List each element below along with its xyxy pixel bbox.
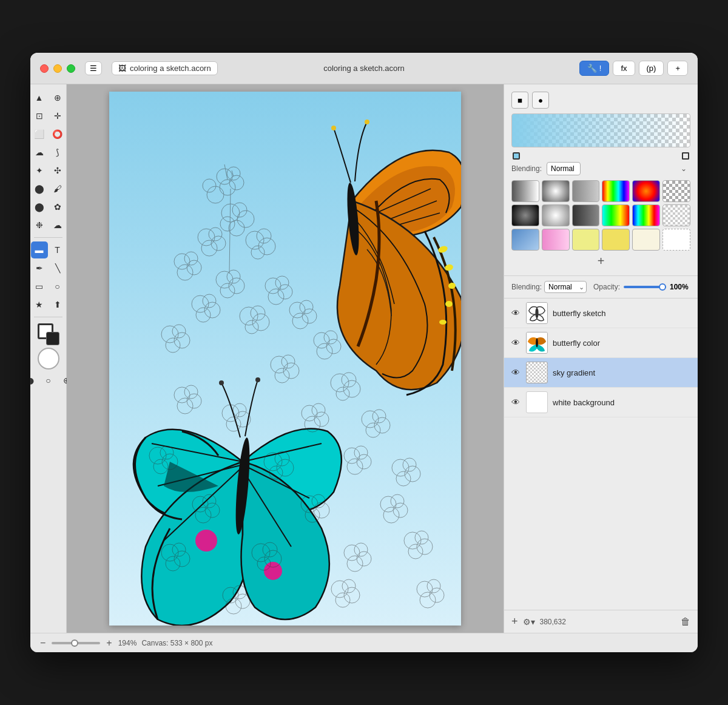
toolbar-icon: 🔧: [587, 64, 597, 73]
layer-item-butterfly-color[interactable]: 👁: [504, 328, 698, 358]
transform-tool[interactable]: ✛: [49, 107, 66, 124]
add-preset-button[interactable]: +: [511, 254, 690, 268]
sampler-tool[interactable]: ✣: [49, 162, 66, 179]
toolbar-button[interactable]: 🔧 !: [579, 61, 610, 76]
canvas-area[interactable]: [67, 84, 504, 633]
arrow-tool[interactable]: ▲: [31, 89, 48, 106]
opacity-slider[interactable]: [624, 286, 666, 288]
svg-point-4: [439, 320, 447, 325]
layer-item-sky-gradient[interactable]: 👁 sky gradient: [504, 358, 698, 388]
zoom-in-button[interactable]: +: [104, 638, 114, 649]
preset-gray-solid[interactable]: [572, 180, 600, 202]
gradient-stop-left[interactable]: [513, 152, 520, 160]
statusbar: − + 194% Canvas: 533 × 800 px: [30, 633, 698, 652]
eraser-tool[interactable]: ⬤: [31, 198, 48, 215]
rect-shape-tool[interactable]: ▬: [31, 241, 48, 258]
crop-tool[interactable]: ⊡: [31, 107, 48, 124]
star-tool[interactable]: ★: [31, 296, 48, 313]
svg-point-82: [226, 417, 241, 431]
add-layer-button[interactable]: +: [511, 615, 518, 628]
svg-point-64: [324, 331, 337, 344]
preset-dark-radial[interactable]: [511, 204, 539, 226]
layer-visibility-white-background[interactable]: 👁: [510, 397, 521, 407]
preset-gray-gradient[interactable]: [511, 180, 539, 202]
svg-point-56: [229, 175, 244, 190]
arrow-shape-tool[interactable]: ⬆: [49, 296, 66, 313]
right-panel: ■ ● Blending: Normal Multiply Screen: [504, 84, 698, 633]
svg-point-65: [326, 339, 341, 354]
layer-blending-select[interactable]: Normal Multiply Screen Overlay: [544, 281, 587, 293]
gradient-preview[interactable]: [511, 113, 690, 147]
delete-layer-button[interactable]: 🗑: [681, 616, 690, 627]
layer-visibility-sky-gradient[interactable]: 👁: [510, 368, 521, 377]
rect-marquee-tool[interactable]: ⬜: [31, 126, 48, 143]
square-gradient-btn[interactable]: ■: [511, 92, 528, 109]
svg-point-144: [427, 579, 440, 593]
fx-icon: fx: [621, 64, 627, 73]
preset-rainbow2[interactable]: [602, 204, 630, 226]
left-toolbar: ▲ ⊕ ⊡ ✛ ⬜ ⭕ ☁ ⟆ ✦ ✣ ⬤ 🖌: [30, 84, 67, 633]
layer-item-white-background[interactable]: 👁 white background: [504, 388, 698, 417]
lasso-tool[interactable]: ☁: [31, 144, 48, 161]
preset-radial-light[interactable]: [542, 180, 570, 202]
zoom-out-button[interactable]: −: [38, 638, 48, 649]
add-button[interactable]: +: [667, 61, 688, 76]
preset-white-radial[interactable]: [542, 204, 570, 226]
draw-rect-tool[interactable]: ▭: [31, 278, 48, 295]
blur-tool[interactable]: ☁: [49, 217, 66, 234]
svg-point-99: [344, 448, 360, 464]
p-button[interactable]: (p): [639, 61, 664, 76]
color-circle[interactable]: [38, 348, 59, 369]
preset-rainbow[interactable]: [602, 180, 630, 202]
eyedropper-mini[interactable]: ○: [40, 372, 57, 389]
preset-pink[interactable]: [542, 229, 570, 251]
svg-point-34: [265, 278, 281, 294]
layer-settings-button[interactable]: ⚙▾: [523, 617, 535, 627]
preset-cream[interactable]: [632, 229, 660, 251]
ellipse-marquee-tool[interactable]: ⭕: [49, 126, 66, 143]
preset-blue-rainbow[interactable]: [632, 204, 660, 226]
magic-lasso-tool[interactable]: ⟆: [49, 144, 66, 161]
layer-item-butterfly-sketch[interactable]: 👁: [504, 299, 698, 328]
svg-point-8: [195, 530, 217, 552]
svg-point-38: [192, 295, 209, 312]
text-tool[interactable]: T: [49, 241, 66, 258]
circle-gradient-btn[interactable]: ●: [532, 92, 549, 109]
preset-empty[interactable]: [662, 229, 690, 251]
preset-checkerboard2[interactable]: [662, 204, 690, 226]
preset-blue-gray[interactable]: [511, 229, 539, 251]
close-button[interactable]: [40, 64, 49, 73]
layer-visibility-butterfly-sketch[interactable]: 👁: [510, 308, 521, 318]
preset-yellow[interactable]: [572, 229, 600, 251]
svg-point-106: [396, 471, 411, 486]
preset-dark-gray[interactable]: [572, 204, 600, 226]
brush-tool[interactable]: 🖌: [49, 180, 66, 197]
minimize-button[interactable]: [53, 64, 62, 73]
pen-tool[interactable]: ✒: [31, 260, 48, 277]
sidebar-toggle-button[interactable]: ☰: [85, 61, 102, 75]
preset-checkerboard[interactable]: [662, 180, 690, 202]
paint-bucket-tool[interactable]: ⬤: [31, 180, 48, 197]
svg-point-25: [251, 246, 265, 259]
clone-tool[interactable]: ❉: [31, 217, 48, 234]
svg-point-100: [354, 446, 368, 459]
layer-thumb-white-background: [526, 391, 548, 413]
maximize-button[interactable]: [67, 64, 75, 73]
layer-visibility-butterfly-color[interactable]: 👁: [510, 338, 521, 348]
fx-button[interactable]: fx: [613, 61, 635, 76]
gradient-stop-right[interactable]: [682, 152, 689, 160]
fill-swatch[interactable]: [46, 332, 59, 345]
draw-circle-tool[interactable]: ○: [49, 278, 66, 295]
zoom-slider[interactable]: [52, 642, 100, 644]
file-tab[interactable]: 🖼 coloring a sketch.acorn: [112, 61, 218, 75]
blending-select-top[interactable]: Normal Multiply Screen Overlay: [547, 162, 581, 175]
preset-radial-color[interactable]: [632, 180, 660, 202]
line-tool[interactable]: ╲: [49, 260, 66, 277]
svg-point-32: [229, 278, 244, 294]
preset-warm-yellow[interactable]: [602, 229, 630, 251]
color-tool[interactable]: ◑: [30, 372, 39, 389]
magic-wand-tool[interactable]: ✦: [31, 162, 48, 179]
burn-tool[interactable]: ✿: [49, 198, 66, 215]
stroke-fill[interactable]: [38, 323, 59, 345]
zoom-tool[interactable]: ⊕: [49, 89, 66, 106]
